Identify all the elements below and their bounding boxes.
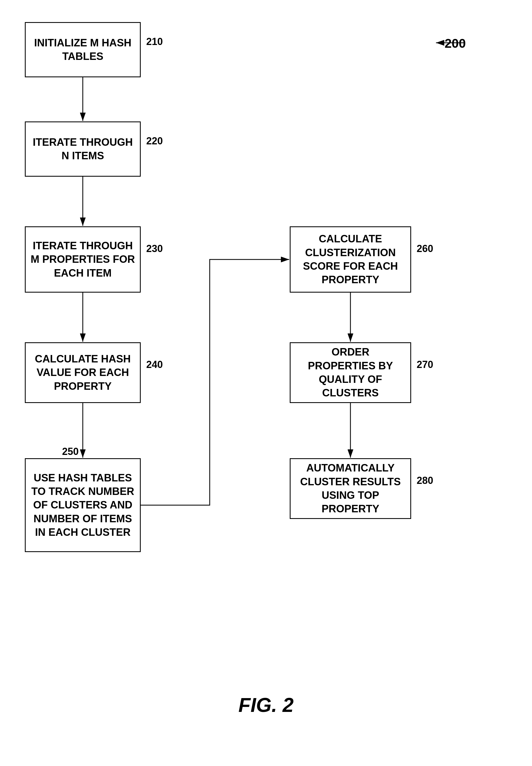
box-220: ITERATE THROUGH N ITEMS (25, 121, 141, 177)
box-270: ORDER PROPERTIES BY QUALITY OF CLUSTERS (290, 342, 411, 403)
box-260: CALCULATE CLUSTERIZATION SCORE FOR EACH … (290, 226, 411, 292)
fig-label: FIG. 2 (238, 694, 294, 716)
ref-280: 280 (417, 475, 433, 486)
ref-210: 210 (146, 36, 163, 47)
box-210: INITIALIZE M HASH TABLES (25, 22, 141, 77)
box-240: CALCULATE HASH VALUE FOR EACH PROPERTY (25, 342, 141, 403)
ref-260: 260 (417, 243, 433, 254)
ref-200-label: 200 (445, 36, 466, 51)
diagram-container: 200 INITIALIZE M HAS (0, 0, 532, 766)
box-230: ITERATE THROUGH M PROPERTIES FOR EACH IT… (25, 226, 141, 292)
ref-230: 230 (146, 243, 163, 254)
ref-240: 240 (146, 359, 163, 370)
box-280: AUTOMATICALLY CLUSTER RESULTS USING TOP … (290, 458, 411, 519)
ref-250: 250 (62, 446, 79, 458)
ref-270: 270 (417, 359, 433, 370)
ref-220: 220 (146, 135, 163, 147)
box-250: USE HASH TABLES TO TRACK NUMBER OF CLUST… (25, 458, 141, 552)
